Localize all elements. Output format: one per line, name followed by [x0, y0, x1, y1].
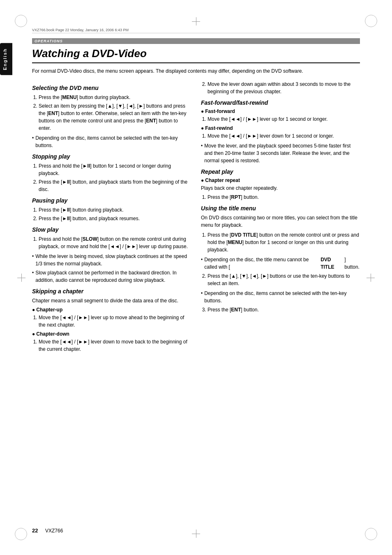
reg-circle-tl: [15, 15, 27, 27]
chapter-up-title: Chapter-up: [32, 307, 191, 313]
using-title-menu-intro: On DVD discs containing two or more titl…: [201, 214, 360, 229]
chapter-down-title: Chapter-down: [32, 331, 191, 337]
page-model: VXZ766: [45, 528, 63, 534]
chapter-repeat-label: Chapter repeat: [201, 177, 360, 183]
list-item: Press the [MENU] button during playback.: [39, 94, 191, 101]
cross-mid-right: [367, 274, 375, 282]
page-title: Watching a DVD-Video: [32, 47, 360, 63]
slow-play-bullet1: While the lever is being moved, slow pla…: [32, 253, 191, 267]
selecting-dvd-menu-steps: Press the [MENU] button during playback.…: [32, 94, 191, 132]
page-header: VXZ766.book Page 22 Monday, January 16, …: [32, 28, 360, 33]
cross-bottom-center: [192, 530, 200, 538]
main-content: Watching a DVD-Video For normal DVD-Vide…: [32, 47, 360, 524]
list-item: Move the [◄◄] / [►►] lever up for 1 seco…: [208, 115, 360, 123]
using-title-menu-steps1: Press the [DVD TITLE] button on the remo…: [201, 231, 360, 253]
list-item: Press the [►II] button, and playback sta…: [39, 178, 191, 193]
fast-rewind-steps: Move the [◄◄] / [►►] lever down for 1 se…: [201, 132, 360, 140]
chapter-down-steps: Move the [◄◄] / [►►] lever down to move …: [32, 338, 191, 353]
stopping-play-steps: Press and hold the [►II] button for 1 se…: [32, 162, 191, 193]
using-title-menu-steps3: Press the [ENT] button.: [201, 306, 360, 313]
using-title-menu-steps2: Press the [▲], [▼], [◄], [►] buttons or …: [201, 272, 360, 287]
list-item: Press the [DVD TITLE] button on the remo…: [208, 231, 360, 253]
skipping-chapter-title: Skipping a chapter: [32, 288, 191, 295]
cross-mid-left: [17, 274, 25, 282]
selecting-dvd-menu-title: Selecting the DVD menu: [32, 85, 191, 91]
reg-circle-tr: [365, 15, 377, 27]
fast-forward-label: Fast-forward: [201, 108, 360, 114]
list-item: Press and hold the [SLOW] button on the …: [39, 235, 191, 250]
list-item: Move the lever down again within about 3…: [208, 81, 360, 95]
list-item: Press the [RPT] button.: [208, 193, 360, 201]
fast-rewind-label: Fast-rewind: [201, 125, 360, 131]
list-item: Select an item by pressing the [▲], [▼],…: [39, 102, 191, 132]
repeat-play-title: Repeat play: [201, 168, 360, 175]
list-item: Press and hold the [►II] button for 1 se…: [39, 162, 191, 177]
list-item: Move the [◄◄] / [►►] lever down for 1 se…: [208, 132, 360, 140]
chapter-up-steps: Move the [◄◄] / [►►] lever up to move ah…: [32, 314, 191, 329]
list-item: Move the [◄◄] / [►►] lever up to move ah…: [39, 314, 191, 329]
fast-forward-steps: Move the [◄◄] / [►►] lever up for 1 seco…: [201, 115, 360, 123]
list-item: Press the [ENT] button.: [208, 306, 360, 313]
slow-play-title: Slow play: [32, 226, 191, 233]
cross-top-center: [192, 17, 200, 25]
fast-rewind-bullet: Move the lever, and the playback speed b…: [201, 142, 360, 164]
right-col-step2: Move the lever down again within about 3…: [201, 81, 360, 95]
list-item: Press the [►II] button, and playback res…: [39, 215, 191, 222]
slow-play-bullet2: Slow playback cannot be performed in the…: [32, 269, 191, 284]
columns-layout: Selecting the DVD menu Press the [MENU] …: [32, 81, 360, 355]
intro-text: For normal DVD-Video discs, the menu scr…: [32, 67, 360, 75]
reg-circle-br: [365, 528, 377, 540]
pausing-play-steps: Press the [►II] button during playback. …: [32, 206, 191, 222]
using-title-menu-bullet1: Depending on the disc, the title menu ca…: [201, 256, 360, 271]
stopping-play-title: Stopping play: [32, 153, 191, 160]
left-column: Selecting the DVD menu Press the [MENU] …: [32, 81, 191, 355]
english-tab: English: [0, 43, 12, 75]
reg-circle-bl: [15, 528, 27, 540]
right-column: Move the lever down again within about 3…: [201, 81, 360, 355]
fast-forward-rewind-title: Fast-forward/fast-rewind: [201, 99, 360, 106]
operations-banner: OPERATIONS: [32, 38, 360, 44]
using-title-menu-title: Using the title menu: [201, 205, 360, 212]
page-number: 22: [32, 527, 38, 534]
skipping-chapter-intro: Chapter means a small segment to divide …: [32, 297, 191, 304]
using-title-menu-bullet2: Depending on the disc, items cannot be s…: [201, 290, 360, 304]
chapter-repeat-intro: Plays back one chapter repeatedly.: [201, 184, 360, 192]
slow-play-steps: Press and hold the [SLOW] button on the …: [32, 235, 191, 250]
selecting-dvd-menu-bullet: Depending on the disc, items cannot be s…: [32, 134, 191, 149]
pausing-play-title: Pausing play: [32, 197, 191, 204]
list-item: Press the [►II] button during playback.: [39, 206, 191, 214]
list-item: Move the [◄◄] / [►►] lever down to move …: [39, 338, 191, 353]
chapter-repeat-steps: Press the [RPT] button.: [201, 193, 360, 201]
list-item: Press the [▲], [▼], [◄], [►] buttons or …: [208, 272, 360, 287]
